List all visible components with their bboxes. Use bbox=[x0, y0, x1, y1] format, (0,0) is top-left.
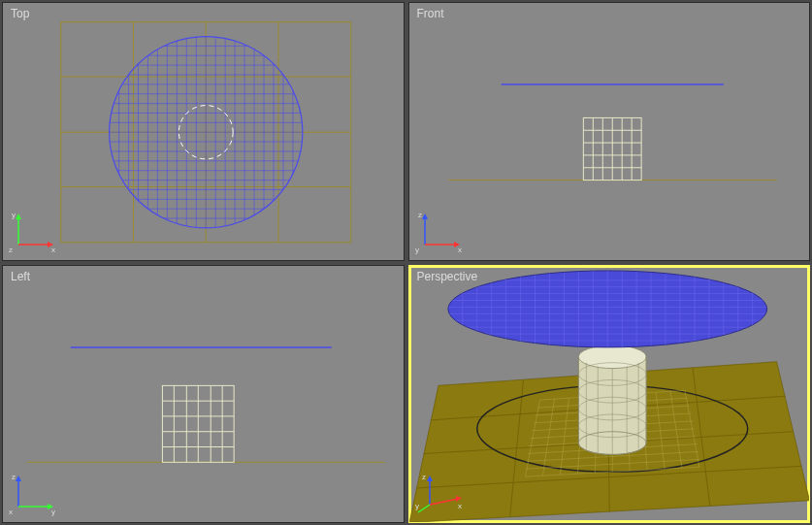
svg-text:z: z bbox=[422, 473, 426, 481]
svg-text:y: y bbox=[51, 508, 55, 516]
viewport-label-left: Left bbox=[11, 270, 30, 283]
svg-line-173 bbox=[430, 499, 458, 505]
viewport-label-front: Front bbox=[417, 7, 444, 20]
svg-text:z: z bbox=[12, 473, 16, 481]
axis-gizmo-perspective: z x y bbox=[415, 468, 464, 516]
svg-text:x: x bbox=[458, 502, 462, 510]
svg-line-176 bbox=[418, 505, 430, 512]
svg-text:x: x bbox=[51, 246, 55, 254]
viewport-perspective[interactable]: Perspective bbox=[408, 265, 811, 524]
axis-gizmo-top: y x z bbox=[9, 206, 57, 254]
svg-text:z: z bbox=[9, 246, 13, 254]
svg-point-124 bbox=[578, 345, 646, 368]
svg-text:y: y bbox=[415, 246, 419, 254]
svg-text:x: x bbox=[9, 508, 13, 516]
axis-gizmo-left: z y x bbox=[9, 468, 57, 516]
viewport-label-perspective: Perspective bbox=[417, 270, 478, 283]
svg-text:y: y bbox=[12, 211, 16, 219]
scene-left bbox=[3, 266, 404, 523]
svg-marker-68 bbox=[422, 213, 428, 219]
scene-top bbox=[3, 3, 404, 260]
axis-gizmo-front: z x y bbox=[415, 206, 464, 254]
scene-front bbox=[409, 3, 810, 260]
svg-text:y: y bbox=[415, 502, 419, 510]
viewport-front[interactable]: Front z bbox=[408, 2, 811, 261]
svg-marker-171 bbox=[427, 476, 433, 481]
viewport-label-top: Top bbox=[11, 7, 29, 20]
svg-text:z: z bbox=[418, 211, 422, 219]
svg-text:x: x bbox=[458, 246, 462, 254]
viewport-top[interactable]: Top bbox=[2, 2, 405, 261]
viewport-left[interactable]: Left z y x bbox=[2, 265, 405, 524]
scene-perspective bbox=[409, 266, 810, 523]
viewport-grid: Top bbox=[0, 0, 812, 525]
svg-marker-49 bbox=[16, 213, 21, 219]
svg-marker-87 bbox=[16, 476, 21, 481]
